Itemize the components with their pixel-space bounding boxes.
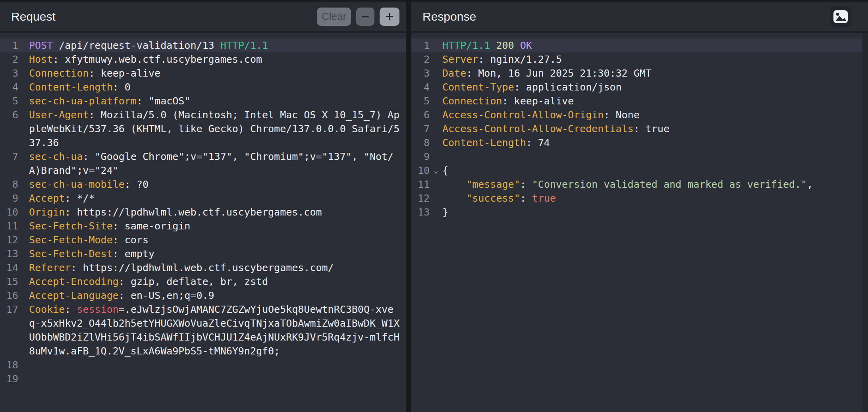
code-line: 5Connection: keep-alive	[411, 94, 868, 108]
fold-chevron-icon[interactable]: ⌄	[430, 164, 442, 177]
code-text: POST /api/request-validation/13 HTTP/1.1	[29, 39, 399, 52]
code-text: Sec-Fetch-Dest: empty	[29, 247, 399, 261]
line-number: 15	[0, 275, 18, 289]
code-line: 13}	[411, 205, 868, 219]
fold-gutter	[430, 108, 442, 122]
code-line: 8Content-Length: 74	[411, 136, 868, 150]
response-panel-title: Response	[422, 10, 476, 23]
code-line: 2Server: nginx/1.27.5	[411, 52, 868, 66]
request-response-viewer: Request Clear − + 1POST /api/request-val…	[0, 0, 868, 412]
code-text: Access-Control-Allow-Credentials: true	[442, 122, 669, 136]
fold-gutter	[430, 150, 442, 164]
line-number: 12	[0, 233, 18, 247]
fold-gutter	[430, 177, 442, 191]
line-number: 16	[0, 289, 18, 302]
code-line: 9Accept: */*	[0, 191, 406, 205]
render-image-button[interactable]	[830, 6, 851, 27]
fold-gutter	[18, 108, 29, 150]
line-number: 6	[411, 108, 430, 122]
line-number: 2	[0, 52, 18, 66]
code-line: 8sec-ch-ua-mobile: ?0	[0, 177, 406, 191]
code-text: }	[442, 205, 448, 219]
response-panel: Response 1HTTP/1.1 200 OK2Server: nginx/…	[411, 2, 868, 412]
line-number: 10	[411, 164, 430, 177]
code-text: Host: xfytmuwy.web.ctf.uscybergames.com	[29, 52, 399, 66]
line-number: 10	[0, 205, 18, 219]
code-line: 1POST /api/request-validation/13 HTTP/1.…	[0, 39, 406, 52]
line-number: 6	[0, 108, 18, 150]
code-line: 10⌄{	[411, 164, 868, 177]
line-number: 4	[411, 80, 430, 94]
code-text: "success": true	[442, 191, 556, 205]
increase-font-button[interactable]: +	[380, 8, 399, 26]
code-text: Accept-Encoding: gzip, deflate, br, zstd	[29, 275, 399, 289]
panel-resize-divider[interactable]	[406, 2, 411, 412]
code-text: Cookie: session=.eJwlzjsOwjAMANC7ZGZwYju…	[29, 302, 399, 358]
fold-gutter	[18, 261, 29, 275]
code-line: 2Host: xfytmuwy.web.ctf.uscybergames.com	[0, 52, 406, 66]
code-line: 7sec-ch-ua: "Google Chrome";v="137", "Ch…	[0, 150, 406, 177]
line-number: 14	[0, 261, 18, 275]
clear-button[interactable]: Clear	[317, 8, 351, 26]
code-text: sec-ch-ua: "Google Chrome";v="137", "Chr…	[29, 150, 399, 177]
code-line: 9	[411, 150, 868, 164]
code-text: {	[442, 164, 448, 177]
line-number: 11	[411, 177, 430, 191]
fold-gutter	[18, 302, 29, 358]
code-text: Date: Mon, 16 Jun 2025 21:30:32 GMT	[442, 66, 652, 80]
code-text: User-Agent: Mozilla/5.0 (Macintosh; Inte…	[29, 108, 399, 150]
fold-gutter	[430, 52, 442, 66]
code-line: 1HTTP/1.1 200 OK	[411, 39, 868, 52]
line-number: 1	[0, 39, 18, 52]
fold-gutter	[18, 80, 29, 94]
code-line: 12Sec-Fetch-Mode: cors	[0, 233, 406, 247]
code-text: Connection: keep-alive	[29, 66, 399, 80]
line-number: 1	[411, 39, 430, 52]
fold-gutter	[430, 122, 442, 136]
line-number: 17	[0, 302, 18, 358]
request-editor[interactable]: 1POST /api/request-validation/13 HTTP/1.…	[0, 33, 406, 412]
code-text: Content-Length: 0	[29, 80, 399, 94]
code-text: HTTP/1.1 200 OK	[442, 39, 532, 52]
code-text: Access-Control-Allow-Origin: None	[442, 108, 640, 122]
fold-gutter	[18, 275, 29, 289]
line-number: 9	[0, 191, 18, 205]
fold-gutter	[18, 219, 29, 233]
code-text: Referer: https://lpdhwlml.web.ctf.uscybe…	[29, 261, 399, 275]
code-text: "message": "Conversion validated and mar…	[442, 177, 813, 191]
fold-gutter	[18, 205, 29, 219]
code-line: 3Date: Mon, 16 Jun 2025 21:30:32 GMT	[411, 66, 868, 80]
line-number: 7	[0, 150, 18, 177]
code-line: 6User-Agent: Mozilla/5.0 (Macintosh; Int…	[0, 108, 406, 150]
decrease-font-button[interactable]: −	[356, 8, 374, 26]
code-line: 5sec-ch-ua-platform: "macOS"	[0, 94, 406, 108]
code-text: Accept: */*	[29, 191, 399, 205]
code-line: 19	[0, 372, 406, 386]
code-line: 15Accept-Encoding: gzip, deflate, br, zs…	[0, 275, 406, 289]
code-text: Content-Type: application/json	[442, 80, 622, 94]
code-line: 4Content-Type: application/json	[411, 80, 868, 94]
fold-gutter	[18, 150, 29, 177]
line-number: 8	[411, 136, 430, 150]
fold-gutter	[430, 80, 442, 94]
line-number: 13	[0, 247, 18, 261]
line-number: 5	[0, 94, 18, 108]
code-line: 18	[0, 358, 406, 372]
line-number: 3	[411, 66, 430, 80]
line-number: 3	[0, 66, 18, 80]
request-panel: Request Clear − + 1POST /api/request-val…	[0, 2, 406, 412]
line-number: 2	[411, 52, 430, 66]
fold-gutter	[18, 39, 29, 52]
fold-gutter	[430, 66, 442, 80]
line-number: 12	[411, 191, 430, 205]
code-text	[29, 372, 399, 386]
code-line: 14Referer: https://lpdhwlml.web.ctf.uscy…	[0, 261, 406, 275]
fold-gutter	[18, 289, 29, 302]
code-line: 6Access-Control-Allow-Origin: None	[411, 108, 868, 122]
line-number: 5	[411, 94, 430, 108]
request-panel-title: Request	[11, 10, 56, 23]
code-line: 7Access-Control-Allow-Credentials: true	[411, 122, 868, 136]
fold-gutter	[430, 191, 442, 205]
code-line: 11 "message": "Conversion validated and …	[411, 177, 868, 191]
response-editor[interactable]: 1HTTP/1.1 200 OK2Server: nginx/1.27.53Da…	[411, 33, 868, 412]
